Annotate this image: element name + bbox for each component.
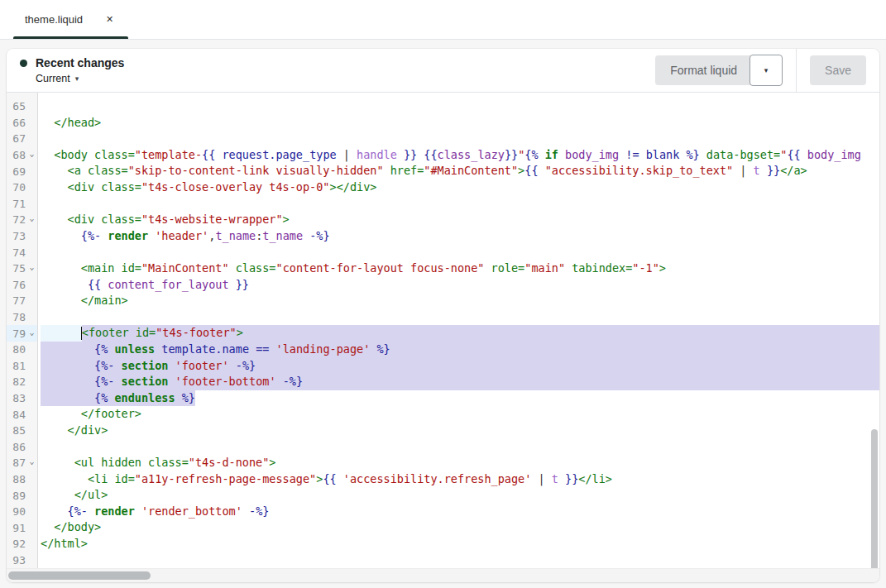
code-line[interactable]: <main id="MainContent" class="content-fo… <box>41 261 879 277</box>
gutter: 65666768⌄69707172⌄737475⌄76777879⌄808182… <box>7 93 38 568</box>
editor-toolbar: Recent changes Current ▾ Format liquid ▾… <box>7 49 879 93</box>
code-line[interactable]: <div class="t4s-website-wrapper"> <box>41 212 879 228</box>
code-line[interactable] <box>41 552 879 568</box>
gutter-row: 90 <box>7 504 37 520</box>
code-line[interactable]: {%- render 'render_bottom' -%} <box>41 504 879 520</box>
fold-arrow-icon[interactable]: ⌄ <box>26 457 37 466</box>
gutter-row: 68⌄ <box>7 147 37 164</box>
fold-arrow-icon[interactable]: ⌄ <box>26 150 37 158</box>
code-editor[interactable]: 65666768⌄69707172⌄737475⌄76777879⌄808182… <box>7 93 879 568</box>
gutter-row: 82 <box>7 374 37 390</box>
code-editor-card: Recent changes Current ▾ Format liquid ▾… <box>7 49 879 582</box>
version-label: Current <box>36 72 70 85</box>
code-line[interactable]: <body class="template-{{ request.page_ty… <box>41 147 879 164</box>
code-line[interactable] <box>41 244 879 261</box>
code-lines[interactable]: </head> <body class="template-{{ request… <box>38 93 879 568</box>
code-line[interactable] <box>41 196 879 213</box>
gutter-row: 73 <box>7 228 37 245</box>
gutter-row: 71 <box>7 196 37 213</box>
toolbar-divider <box>796 49 797 92</box>
code-line[interactable]: <li id="a11y-refresh-page-message">{{ 'a… <box>41 471 879 488</box>
chevron-down-icon: ▾ <box>75 72 79 85</box>
gutter-row: 72⌄ <box>7 212 37 228</box>
code-line[interactable] <box>41 131 879 147</box>
version-dropdown[interactable]: Current ▾ <box>36 72 124 85</box>
gutter-row: 76 <box>7 277 37 294</box>
gutter-row: 89 <box>7 487 37 504</box>
code-line[interactable]: </body> <box>41 519 879 536</box>
vertical-scrollbar[interactable] <box>869 93 878 568</box>
tab-label: theme.liquid <box>25 13 83 26</box>
code-line[interactable]: {%- section 'footer' -%} <box>41 358 879 375</box>
gutter-row: 65 <box>7 98 37 115</box>
gutter-row: 74 <box>7 244 37 261</box>
gutter-row: 75⌄ <box>7 261 37 277</box>
code-line[interactable]: {%- render 'header',t_name:t_name -%} <box>41 228 879 245</box>
status-dot-icon <box>20 60 27 67</box>
code-line[interactable]: </head> <box>41 115 879 131</box>
code-line[interactable] <box>41 438 879 455</box>
code-line[interactable]: {% endunless %} <box>41 390 879 407</box>
gutter-row: 77 <box>7 293 37 309</box>
fold-arrow-icon[interactable]: ⌄ <box>26 214 37 222</box>
fold-arrow-icon[interactable]: ⌄ <box>26 263 37 271</box>
code-line[interactable]: </main> <box>41 293 879 309</box>
code-line[interactable]: {{ content_for_layout }} <box>41 277 879 294</box>
format-liquid-button[interactable]: Format liquid <box>655 55 752 85</box>
recent-changes-title: Recent changes <box>36 55 124 70</box>
gutter-row: 85 <box>7 423 37 439</box>
close-icon[interactable]: ✕ <box>106 15 113 24</box>
gutter-row: 93 <box>7 552 37 568</box>
code-line[interactable]: </div> <box>41 423 879 439</box>
gutter-row: 84 <box>7 406 37 423</box>
gutter-row: 87⌄ <box>7 455 37 471</box>
gutter-row: 91 <box>7 519 37 536</box>
gutter-row: 70 <box>7 179 37 196</box>
tab-theme-liquid[interactable]: theme.liquid ✕ <box>13 0 128 39</box>
code-line[interactable]: <footer id="t4s-footer"> <box>41 325 879 342</box>
chevron-down-icon: ▾ <box>764 66 769 74</box>
code-line[interactable] <box>41 309 879 326</box>
code-line[interactable]: {%- section 'footer-bottom' -%} <box>41 374 879 390</box>
gutter-row: 86 <box>7 438 37 455</box>
vertical-scrollbar-thumb[interactable] <box>871 429 878 568</box>
code-line[interactable]: </footer> <box>41 406 879 423</box>
horizontal-scrollbar[interactable] <box>7 568 879 582</box>
code-line[interactable]: <a class="skip-to-content-link visually-… <box>41 163 879 179</box>
gutter-row: 78 <box>7 309 37 326</box>
gutter-row: 92 <box>7 536 37 552</box>
code-line[interactable]: <div class="t4s-close-overlay t4s-op-0">… <box>41 179 879 196</box>
gutter-row: 80 <box>7 342 37 358</box>
code-line[interactable]: </ul> <box>41 487 879 504</box>
save-button[interactable]: Save <box>810 55 866 85</box>
format-options-dropdown-button[interactable]: ▾ <box>750 55 783 86</box>
code-line[interactable]: </html> <box>41 536 879 552</box>
code-line[interactable] <box>41 98 879 115</box>
fold-arrow-icon[interactable]: ⌄ <box>26 328 37 337</box>
gutter-row: 69 <box>7 163 37 179</box>
gutter-row: 66 <box>7 115 37 131</box>
horizontal-scrollbar-thumb[interactable] <box>8 571 151 580</box>
gutter-row: 83 <box>7 390 37 407</box>
gutter-row: 81 <box>7 358 37 375</box>
gutter-row: 67 <box>7 131 37 147</box>
active-tab-indicator <box>13 36 128 39</box>
gutter-row: 79⌄ <box>7 325 37 342</box>
editor-tab-bar: theme.liquid ✕ <box>0 0 886 40</box>
gutter-row: 88 <box>7 471 37 488</box>
code-line[interactable]: <ul hidden class="t4s-d-none"> <box>41 455 879 471</box>
code-line[interactable]: {% unless template.name == 'landing-page… <box>41 342 879 358</box>
